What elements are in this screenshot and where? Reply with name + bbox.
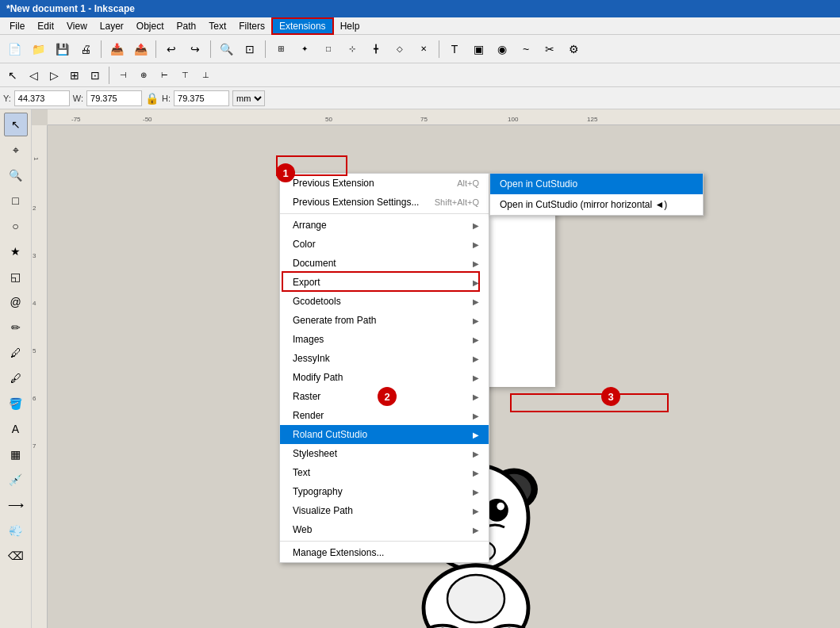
align-left[interactable]: ⊣ [113, 66, 132, 85]
h-input[interactable] [174, 90, 229, 106]
path-snap-button[interactable]: ◇ [389, 38, 411, 60]
ext-generate-from-path[interactable]: Generate from Path ▶ [280, 311, 489, 330]
unit-select[interactable]: mm px in cm [232, 90, 265, 106]
menu-help[interactable]: Help [334, 17, 366, 35]
node-tool[interactable]: ⌖ [4, 138, 28, 162]
node-snap-button[interactable]: ✦ [293, 38, 316, 60]
star-tool[interactable]: ★ [4, 239, 28, 263]
menu-div1 [280, 213, 489, 214]
main-area: ↖ ⌖ 🔍 □ ○ ★ ◱ @ ✏ 🖊 🖋 🪣 A ▦ 💉 ⟶ 💨 ⌫ -75 … [0, 109, 840, 628]
align-right[interactable]: ⊢ [155, 66, 174, 85]
zoom-in-button[interactable]: 🔍 [215, 38, 237, 60]
menu-edit[interactable]: Edit [31, 17, 60, 35]
snap-button[interactable]: ⊞ [270, 38, 292, 60]
coord-bar: Y: W: 🔒 H: mm px in cm [0, 87, 840, 109]
grid-snap-button[interactable]: ⊹ [341, 38, 363, 60]
zoom-fit-button[interactable]: ⊡ [239, 38, 261, 60]
ext-manage[interactable]: Manage Extensions... [280, 543, 489, 562]
circle-tool[interactable]: ○ [4, 214, 28, 238]
ext-modify-path[interactable]: Modify Path ▶ [280, 368, 489, 387]
canvas-area[interactable]: -75 -50 50 75 100 125 1 2 3 4 5 6 7 [32, 109, 840, 628]
ext-prev[interactable]: Previous Extension Alt+Q [280, 174, 489, 193]
ruler-mark-v4: 4 [33, 300, 36, 307]
menu-view[interactable]: View [60, 17, 94, 35]
path-int-snap-button[interactable]: ✕ [412, 38, 435, 60]
gradient-tool[interactable]: ▦ [4, 442, 28, 466]
undo-button[interactable]: ↩ [160, 38, 182, 60]
ext-arrange[interactable]: Arrange ▶ [280, 216, 489, 235]
extensions-dropdown: Previous Extension Alt+Q Previous Extens… [279, 173, 489, 563]
menu-path[interactable]: Path [171, 17, 203, 35]
ext-gcodetools[interactable]: Gcodetools ▶ [280, 292, 489, 311]
calligraphy-tool[interactable]: 🖋 [4, 366, 28, 390]
align-bottom[interactable]: ⊥ [196, 66, 215, 85]
zoom-tool[interactable]: 🔍 [4, 163, 28, 187]
menu-object[interactable]: Object [130, 17, 171, 35]
ext-render[interactable]: Render ▶ [280, 406, 489, 425]
sep4 [265, 40, 266, 58]
ext-visualize-path[interactable]: Visualize Path ▶ [280, 501, 489, 520]
w-input[interactable] [86, 90, 142, 106]
spray-tool[interactable]: 💨 [4, 519, 28, 542]
scale-btn[interactable]: ⊡ [86, 66, 105, 85]
align-center[interactable]: ⊕ [134, 66, 153, 85]
color-label: Color [293, 239, 316, 250]
prev-ext-label: Previous Extension [293, 178, 374, 189]
connector-tool[interactable]: ⟶ [4, 493, 28, 517]
ruler-mark: -50 [143, 116, 152, 123]
guide-snap-button[interactable]: ╋ [365, 38, 387, 60]
open-cutstudio-mirror[interactable]: Open in CutStudio (mirror horizontal ◄) [490, 194, 703, 215]
import-button[interactable]: 📥 [105, 38, 128, 60]
ext-roland[interactable]: Roland CutStudio ▶ [280, 425, 489, 444]
menu-filters[interactable]: Filters [232, 17, 271, 35]
ext-prev-settings[interactable]: Previous Extension Settings... Shift+Alt… [280, 193, 489, 212]
move-right[interactable]: ▷ [44, 66, 63, 85]
menu-text[interactable]: Text [202, 17, 232, 35]
badge-2: 2 [378, 387, 397, 406]
print-button[interactable]: 🖨 [75, 38, 97, 60]
spiral-tool[interactable]: @ [4, 290, 28, 314]
pen-tool[interactable]: 🖊 [4, 341, 28, 365]
sep1 [101, 40, 102, 58]
menu-layer[interactable]: Layer [94, 17, 130, 35]
more-tools-button[interactable]: ⚙ [562, 38, 585, 60]
cut-button[interactable]: ✂ [539, 38, 561, 60]
open-button[interactable]: 📁 [27, 38, 49, 60]
menu-extensions[interactable]: Extensions [271, 17, 334, 35]
node-circle-button[interactable]: ◉ [491, 38, 513, 60]
ext-export[interactable]: Export ▶ [280, 273, 489, 292]
move-left[interactable]: ◁ [24, 66, 43, 85]
svg-point-14 [447, 575, 504, 622]
new-button[interactable]: 📄 [3, 38, 25, 60]
redo-button[interactable]: ↪ [184, 38, 206, 60]
node-square-button[interactable]: ▣ [467, 38, 489, 60]
selector-tool[interactable]: ↖ [4, 113, 28, 136]
export-button[interactable]: 📤 [129, 38, 152, 60]
pencil-tool[interactable]: ✏ [4, 316, 28, 339]
align-top[interactable]: ⊤ [175, 66, 194, 85]
ext-typography[interactable]: Typography ▶ [280, 482, 489, 501]
ext-text[interactable]: Text ▶ [280, 463, 489, 482]
ext-web[interactable]: Web ▶ [280, 520, 489, 539]
save-button[interactable]: 💾 [51, 38, 73, 60]
y-input[interactable] [14, 90, 70, 106]
ruler-mark-v5: 5 [33, 347, 36, 354]
ext-jessyink[interactable]: JessyInk ▶ [280, 349, 489, 368]
ext-color[interactable]: Color ▶ [280, 235, 489, 254]
rect-tool[interactable]: □ [4, 189, 28, 213]
eyedropper-tool[interactable]: 💉 [4, 468, 28, 492]
ext-stylesheet[interactable]: Stylesheet ▶ [280, 444, 489, 463]
bbox-snap-button[interactable]: □ [317, 38, 339, 60]
select-tool[interactable]: ↖ [3, 66, 22, 85]
ext-document[interactable]: Document ▶ [280, 254, 489, 273]
eraser-tool[interactable]: ⌫ [4, 544, 28, 568]
open-cutstudio[interactable]: Open in CutStudio [490, 174, 703, 194]
menu-file[interactable]: File [3, 17, 31, 35]
spiro-button[interactable]: ~ [515, 38, 537, 60]
3d-box-tool[interactable]: ◱ [4, 265, 28, 289]
paint-tool[interactable]: 🪣 [4, 392, 28, 415]
edit-node-button[interactable]: T [443, 38, 466, 60]
ext-images[interactable]: Images ▶ [280, 330, 489, 349]
transform-btn[interactable]: ⊞ [65, 66, 84, 85]
text-tool[interactable]: A [4, 417, 28, 441]
